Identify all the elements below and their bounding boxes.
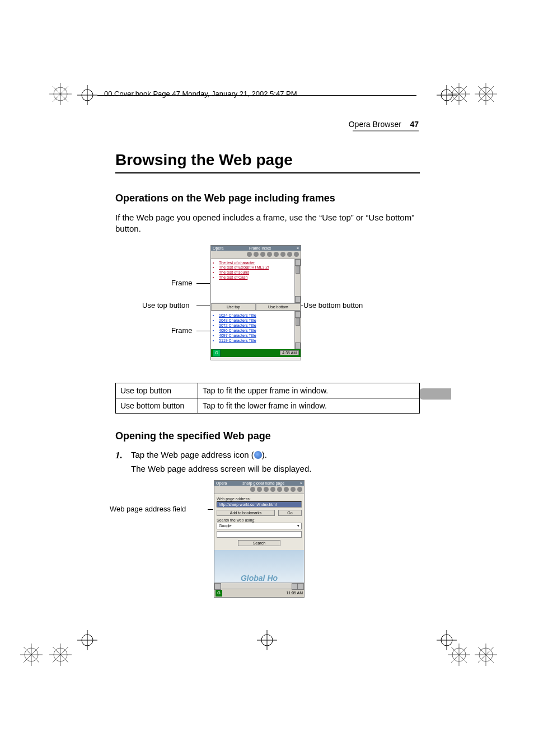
close-icon[interactable]: × bbox=[297, 246, 299, 250]
frame-link[interactable]: 2048 Characters Title bbox=[219, 318, 298, 323]
crop-mark-icon bbox=[77, 630, 97, 650]
leader-line bbox=[196, 306, 210, 306]
titlebar-page: sharp global home page bbox=[242, 481, 284, 485]
frame-link[interactable]: The test of Cash bbox=[219, 275, 298, 280]
toolbar-icon[interactable] bbox=[284, 487, 289, 492]
leader-line bbox=[208, 509, 213, 510]
toolbar-icon[interactable] bbox=[267, 252, 272, 257]
frame-link[interactable]: 3072 Characters Title bbox=[219, 323, 298, 328]
scroll-down-icon[interactable] bbox=[295, 342, 301, 349]
scroll-right-icon[interactable] bbox=[297, 583, 304, 590]
scroll-down-icon[interactable] bbox=[295, 296, 301, 303]
toolbar-icon[interactable] bbox=[274, 252, 279, 257]
frame-link[interactable]: The test of character bbox=[219, 261, 298, 266]
table-cell: Use top button bbox=[116, 383, 198, 398]
step-1: 1. Tap the Web page address icon (). The… bbox=[115, 450, 420, 473]
use-top-button[interactable]: Use top bbox=[211, 303, 256, 311]
subheading-open-page: Opening the specified Web page bbox=[115, 430, 420, 442]
figure-address: Web page address field Opera sharp globa… bbox=[115, 480, 420, 603]
burst-icon bbox=[474, 642, 498, 667]
table-row: Use top button Tap to fit the upper fram… bbox=[116, 383, 420, 398]
toolbar-icon[interactable] bbox=[297, 487, 302, 492]
vertical-scrollbar[interactable] bbox=[294, 259, 301, 303]
frame-link[interactable]: 4097 Characters Title bbox=[219, 333, 298, 338]
frame-link[interactable]: 1024 Characters Title bbox=[219, 313, 298, 318]
toolbar-icon[interactable] bbox=[287, 252, 292, 257]
titlebar-app: Opera bbox=[213, 246, 223, 250]
search-engine-select[interactable]: Google ▾ bbox=[217, 523, 302, 529]
screenshot-opera-address: Opera sharp global home page × Web page … bbox=[214, 480, 305, 598]
screenshot-titlebar: Opera sharp global home page × bbox=[214, 481, 304, 486]
paragraph-frames: If the Web page you opened includes a fr… bbox=[115, 212, 420, 235]
taskbar: G 11:05 AM bbox=[214, 589, 304, 597]
toolbar-icon[interactable] bbox=[280, 252, 285, 257]
frame-link[interactable]: 5119 Characters Title bbox=[219, 338, 298, 343]
start-button[interactable]: G bbox=[213, 349, 221, 357]
lower-frame: 1024 Characters Title 2048 Characters Ti… bbox=[211, 311, 301, 349]
toolbar-icon[interactable] bbox=[257, 487, 262, 492]
search-input[interactable] bbox=[217, 531, 302, 538]
page: 00.Cover.book Page 47 Monday, January 21… bbox=[0, 0, 534, 756]
header-filename: 00.Cover.book Page 47 Monday, January 21… bbox=[104, 90, 297, 98]
scroll-thumb[interactable] bbox=[296, 266, 300, 274]
callout-frame-lower: Frame bbox=[171, 326, 193, 335]
toolbar-icon[interactable] bbox=[264, 487, 269, 492]
table-cell: Tap to fit the upper frame in window. bbox=[198, 383, 420, 398]
content: Browsing the Web page Operations on the … bbox=[115, 151, 420, 603]
scroll-left-icon[interactable] bbox=[214, 583, 221, 590]
go-button[interactable]: Go bbox=[278, 510, 302, 516]
frame-link[interactable]: 4096 Characters Title bbox=[219, 328, 298, 333]
figure-frames: Frame Use top button Frame Use bottom bu… bbox=[115, 245, 420, 366]
toolbar-icon[interactable] bbox=[250, 487, 255, 492]
button-description-table: Use top button Tap to fit the upper fram… bbox=[115, 383, 420, 414]
toolbar-icon[interactable] bbox=[294, 252, 299, 257]
running-header-rule bbox=[353, 130, 419, 132]
vertical-scrollbar[interactable] bbox=[294, 311, 301, 349]
step-result: The Web page address screen will be disp… bbox=[131, 464, 311, 473]
burst-icon bbox=[48, 642, 73, 667]
taskbar: G 4:35 AM bbox=[211, 349, 301, 357]
page-title: Browsing the Web page bbox=[115, 151, 420, 169]
upper-frame: The test of character The test of Except… bbox=[211, 259, 301, 303]
scroll-up-icon[interactable] bbox=[295, 259, 301, 266]
screenshot-toolbar bbox=[214, 486, 304, 494]
frame-link[interactable]: The test of Except HTML3.2! bbox=[219, 265, 298, 270]
burst-icon bbox=[447, 642, 471, 667]
toolbar-icon[interactable] bbox=[254, 252, 259, 257]
toolbar-icon[interactable] bbox=[291, 487, 296, 492]
close-icon[interactable]: × bbox=[300, 481, 302, 485]
page-preview: Global Ho bbox=[214, 550, 304, 583]
leader-line bbox=[196, 283, 210, 284]
address-input[interactable]: http://sharp-world.com/index.html bbox=[217, 501, 302, 508]
scroll-thumb[interactable] bbox=[296, 318, 300, 326]
horizontal-scrollbar[interactable] bbox=[214, 583, 304, 589]
use-button-row: Use top Use bottom bbox=[211, 303, 301, 311]
page-number: 47 bbox=[410, 120, 419, 129]
crop-mark-icon bbox=[77, 85, 97, 105]
select-value: Google bbox=[219, 524, 232, 528]
callout-frame-upper: Frame bbox=[171, 279, 193, 287]
start-button[interactable]: G bbox=[216, 590, 222, 597]
table-cell: Use bottom button bbox=[116, 398, 198, 413]
screenshot-toolbar bbox=[211, 251, 301, 259]
frame-link[interactable]: The test of sound bbox=[219, 270, 298, 275]
add-bookmark-button[interactable]: Add to bookmarks bbox=[217, 510, 275, 516]
globe-icon bbox=[254, 451, 262, 459]
step-text: Tap the Web page address icon (). The We… bbox=[131, 450, 420, 473]
search-button[interactable]: Search bbox=[238, 540, 280, 546]
use-bottom-button[interactable]: Use bottom bbox=[256, 303, 301, 311]
chevron-down-icon: ▾ bbox=[297, 524, 299, 528]
toolbar-icon[interactable] bbox=[270, 487, 275, 492]
thumb-tab bbox=[419, 388, 451, 400]
search-label: Search the web using: bbox=[217, 518, 302, 522]
burst-icon bbox=[447, 82, 471, 106]
address-panel: Web page address: http://sharp-world.com… bbox=[214, 494, 304, 550]
step-text-before: Tap the Web page address icon ( bbox=[131, 450, 254, 459]
toolbar-icon[interactable] bbox=[260, 252, 265, 257]
table-row: Use bottom button Tap to fit the lower f… bbox=[116, 398, 420, 413]
toolbar-icon[interactable] bbox=[247, 252, 252, 257]
screenshot-opera-frames: Opera Frame Index × The test of c bbox=[210, 245, 301, 360]
scroll-up-icon[interactable] bbox=[295, 311, 301, 318]
toolbar-icon[interactable] bbox=[277, 487, 282, 492]
burst-icon bbox=[48, 82, 73, 106]
